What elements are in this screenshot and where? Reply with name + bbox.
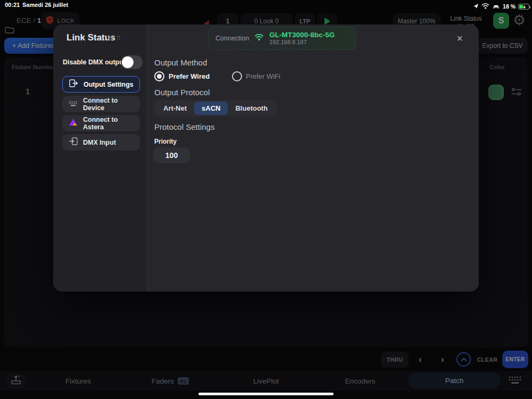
- connection-ssid: GL-MT3000-8bc-5G: [269, 31, 335, 39]
- battery-icon: [518, 4, 529, 10]
- battery-percent: 18 %: [503, 3, 516, 10]
- status-bar: 00:21 Samedi 26 juillet 18 %: [0, 0, 532, 10]
- disable-dmx-label: Disable DMX output: [63, 59, 126, 66]
- carplay-icon: [492, 2, 500, 11]
- sidebar-item-dmx-input[interactable]: DMX Input: [62, 134, 140, 151]
- wifi-icon: [481, 2, 489, 11]
- astera-logo-icon: [69, 118, 78, 128]
- clock: 00:21: [5, 2, 20, 8]
- output-protocol-heading: Output Protocol: [154, 88, 210, 97]
- sidebar-item-label: Connect to Device: [83, 97, 140, 112]
- sidebar-item-label: Output Settings: [84, 81, 134, 88]
- device-keypad-icon: [69, 99, 78, 109]
- radio-prefer-wifi-label[interactable]: Prefer WiFi: [246, 72, 280, 80]
- dmx-input-icon: [69, 137, 78, 147]
- date-label: Samedi 26 juillet: [22, 2, 68, 8]
- sidebar-item-connect-device[interactable]: Connect to Device: [62, 96, 140, 112]
- output-export-icon: [69, 79, 78, 89]
- segment-sacn[interactable]: sACN: [194, 102, 228, 115]
- home-indicator[interactable]: [198, 393, 334, 395]
- segment-artnet[interactable]: Art-Net: [156, 102, 194, 115]
- wifi-green-icon: [254, 34, 264, 43]
- modal-divider: [147, 24, 147, 292]
- radio-prefer-wifi[interactable]: [232, 71, 242, 81]
- toggle-knob: [122, 56, 134, 68]
- sidebar-item-connect-astera[interactable]: Connect to Astera: [62, 115, 140, 131]
- connection-label: Connection: [215, 35, 249, 42]
- radio-prefer-wired-label[interactable]: Prefer Wired: [169, 72, 210, 80]
- priority-value-field[interactable]: 100: [153, 147, 190, 163]
- sidebar-item-label: DMX Input: [83, 139, 116, 146]
- location-arrow-icon: [473, 2, 479, 11]
- segment-bluetooth[interactable]: Bluetooth: [228, 102, 275, 115]
- sidebar-item-label: Connect to Astera: [83, 116, 140, 131]
- protocol-segmented-control: Art-Net sACN Bluetooth: [154, 100, 277, 117]
- sidebar-item-output-settings[interactable]: Output Settings: [62, 76, 140, 93]
- disable-dmx-toggle[interactable]: [121, 55, 143, 69]
- collapse-up-icon[interactable]: ⇈: [116, 35, 121, 41]
- close-icon[interactable]: ×: [451, 30, 468, 47]
- connection-badge[interactable]: Connection GL-MT3000-8bc-5G 192.168.8.18…: [209, 27, 356, 50]
- protocol-settings-heading: Protocol Settings: [154, 122, 214, 131]
- radio-prefer-wired[interactable]: [154, 71, 164, 81]
- app-screen: 00:21 Samedi 26 juillet 18 % ECE / 1 LOC…: [0, 0, 532, 399]
- priority-label: Priority: [154, 138, 177, 145]
- collapse-down-icon[interactable]: ⇊: [108, 35, 113, 41]
- output-method-heading: Output Method: [154, 58, 207, 67]
- link-status-modal: Link Status ⇊ ⇈ Connection GL-MT3000-8bc…: [53, 24, 479, 292]
- modal-collapse-controls: ⇊ ⇈: [108, 35, 121, 41]
- connection-ip: 192.168.8.187: [269, 39, 335, 46]
